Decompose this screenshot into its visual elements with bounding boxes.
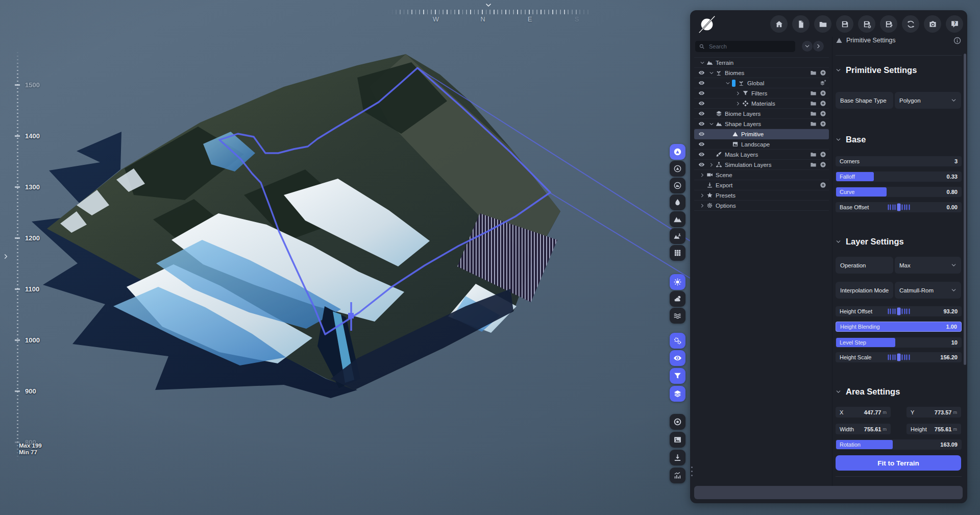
chevron-down-icon[interactable] (700, 60, 705, 65)
selection-handle[interactable] (348, 313, 354, 318)
tree-item-presets[interactable]: Presets (694, 190, 829, 201)
folder-icon[interactable] (810, 100, 817, 107)
x-field[interactable]: X 447.77 m (836, 407, 891, 418)
terrain-tool-button[interactable] (670, 178, 685, 193)
tree-item-shape-layers[interactable]: Shape Layers (694, 119, 829, 129)
visibility-button[interactable] (670, 350, 685, 366)
add-icon[interactable] (820, 110, 826, 117)
folder-icon[interactable] (810, 151, 817, 158)
tree-item-biomes[interactable]: Biomes (694, 68, 829, 78)
section-layer-settings[interactable]: Layer Settings (836, 237, 962, 247)
mountain-tool-button[interactable] (670, 211, 685, 227)
biome-tool-button[interactable] (670, 228, 685, 244)
eye-icon[interactable] (698, 151, 705, 158)
filter-button[interactable] (670, 368, 685, 384)
y-field[interactable]: Y 773.57 m (906, 407, 961, 418)
compass[interactable]: W N E S (388, 3, 592, 24)
primitive-tool-button[interactable] (670, 161, 685, 177)
weather-button[interactable] (670, 291, 685, 307)
home-button[interactable] (770, 15, 788, 33)
folder-icon[interactable] (810, 90, 817, 96)
scrub-handle[interactable] (888, 354, 910, 361)
expand-left-panel-chevron-icon[interactable] (3, 253, 9, 260)
base-shape-type-dropdown[interactable]: Polygon (895, 92, 961, 109)
tree-item-landscape[interactable]: Landscape (694, 139, 829, 150)
tree-item-scene[interactable]: Scene (694, 170, 829, 180)
chevron-down-icon[interactable] (725, 81, 730, 86)
chevron-right-icon[interactable] (700, 193, 705, 198)
eye-icon[interactable] (698, 80, 705, 86)
eye-icon[interactable] (698, 69, 705, 76)
snapshot-button[interactable] (670, 432, 685, 448)
add-icon[interactable] (820, 161, 826, 168)
section-area-settings[interactable]: Area Settings (836, 387, 962, 397)
level-step-slider[interactable]: Level Step 10 (836, 337, 962, 348)
add-icon[interactable] (820, 69, 826, 76)
chevron-down-icon[interactable] (709, 70, 714, 76)
lighting-button[interactable] (670, 274, 685, 290)
chevron-right-icon[interactable] (736, 91, 741, 96)
height-field[interactable]: Height 755.61 m (906, 424, 961, 434)
chevron-down-icon[interactable] (709, 121, 714, 127)
chevron-right-icon[interactable] (736, 101, 741, 106)
section-primitive-settings[interactable]: Primitive Settings (836, 65, 962, 75)
rotation-slider[interactable]: Rotation 163.09 (836, 439, 962, 450)
layers-button[interactable] (670, 386, 685, 402)
section-base[interactable]: Base (836, 135, 962, 144)
search-box[interactable] (695, 41, 795, 52)
water-button[interactable] (670, 308, 685, 324)
height-blending-slider[interactable]: Height Blending 1.00 (836, 322, 962, 332)
eye-icon[interactable] (698, 110, 705, 117)
export-button[interactable] (670, 450, 685, 465)
tree-item-global[interactable]: Global (694, 78, 829, 88)
tree-item-mask-layers[interactable]: Mask Layers (694, 150, 829, 160)
new-file-button[interactable] (792, 15, 810, 33)
open-project-button[interactable] (814, 15, 831, 33)
curve-slider[interactable]: Curve 0.80 (836, 187, 962, 197)
automation-button[interactable] (670, 333, 685, 349)
tree-item-materials[interactable]: Materials (694, 99, 829, 109)
eye-icon[interactable] (698, 141, 705, 148)
folder-icon[interactable] (810, 69, 817, 76)
width-field[interactable]: Width 755.61 m (836, 424, 891, 434)
add-icon[interactable] (820, 120, 826, 127)
add-icon[interactable] (820, 90, 826, 96)
chevron-right-icon[interactable] (700, 173, 705, 178)
eye-icon[interactable] (698, 100, 705, 107)
search-next-button[interactable] (813, 41, 824, 52)
corners-field[interactable]: Corners 3 (836, 156, 962, 166)
scrub-handle[interactable] (888, 204, 910, 211)
tree-item-terrain[interactable]: Terrain (694, 58, 829, 68)
scrub-handle[interactable] (888, 308, 910, 315)
search-prev-button[interactable] (802, 41, 813, 52)
falloff-slider[interactable]: Falloff 0.33 (836, 171, 962, 182)
tree-item-filters[interactable]: Filters (694, 88, 829, 99)
add-icon[interactable] (820, 151, 826, 158)
eye-icon[interactable] (698, 120, 705, 127)
tree-item-primitive[interactable]: Primitive (694, 129, 829, 139)
search-input[interactable] (708, 43, 781, 50)
grid-tool-button[interactable] (670, 245, 685, 261)
folder-icon[interactable] (810, 120, 817, 127)
height-offset-scrubber[interactable]: Height Offset 93.20 (836, 306, 962, 316)
stats-button[interactable] (670, 468, 685, 483)
tree-item-simulation-layers[interactable]: Simulation Layers (694, 160, 829, 170)
fit-to-terrain-button[interactable]: Fit to Terrain (836, 455, 961, 471)
tree-item-export[interactable]: Export (694, 180, 829, 190)
folder-icon[interactable] (810, 161, 817, 168)
record-button[interactable] (670, 414, 685, 430)
eye-icon[interactable] (698, 161, 705, 168)
height-scale-scrubber[interactable]: Height Scale 156.20 (836, 352, 962, 362)
folder-icon[interactable] (810, 110, 817, 117)
add-icon[interactable] (820, 100, 826, 107)
chevron-right-icon[interactable] (709, 162, 714, 167)
eye-icon[interactable] (698, 131, 705, 137)
erosion-tool-button[interactable] (670, 194, 685, 210)
chevron-right-icon[interactable] (700, 203, 705, 208)
tree-item-biome-layers[interactable]: Biome Layers (694, 109, 829, 119)
info-icon[interactable] (953, 36, 962, 45)
add-icon[interactable] (820, 182, 826, 188)
interpolation-dropdown[interactable]: Catmull-Rom (895, 282, 961, 299)
layers-add-icon[interactable] (820, 80, 826, 86)
tree-item-options[interactable]: Options (694, 201, 829, 211)
